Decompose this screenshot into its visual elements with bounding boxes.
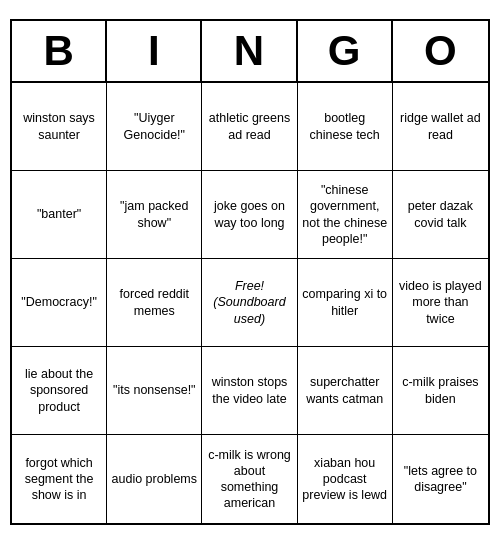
- cell-text-n4: winston stops the video late: [206, 374, 292, 407]
- bingo-header: BINGO: [12, 21, 488, 83]
- cell-text-b2: "banter": [37, 206, 81, 222]
- bingo-cell-i4[interactable]: "its nonsense!": [107, 347, 202, 435]
- cell-text-b5: forgot which segment the show is in: [16, 455, 102, 504]
- cell-text-i5: audio problems: [112, 471, 197, 487]
- cell-text-o1: ridge wallet ad read: [397, 110, 484, 143]
- bingo-cell-i5[interactable]: audio problems: [107, 435, 202, 523]
- bingo-cell-b4[interactable]: lie about the sponsored product: [12, 347, 107, 435]
- bingo-cell-i3[interactable]: forced reddit memes: [107, 259, 202, 347]
- cell-text-g2: "chinese government, not the chinese peo…: [302, 182, 388, 247]
- cell-text-n2: joke goes on way too long: [206, 198, 292, 231]
- cell-text-g1: bootleg chinese tech: [302, 110, 388, 143]
- bingo-grid: winston says saunter"Uiyger Genocide!"at…: [12, 83, 488, 523]
- bingo-cell-g1[interactable]: bootleg chinese tech: [298, 83, 393, 171]
- bingo-letter-g: G: [298, 21, 393, 81]
- cell-text-i4: "its nonsense!": [113, 382, 196, 398]
- cell-text-o4: c-milk praises biden: [397, 374, 484, 407]
- cell-text-n1: athletic greens ad read: [206, 110, 292, 143]
- bingo-cell-i2[interactable]: "jam packed show": [107, 171, 202, 259]
- cell-text-i3: forced reddit memes: [111, 286, 197, 319]
- cell-text-i1: "Uiyger Genocide!": [111, 110, 197, 143]
- bingo-letter-o: O: [393, 21, 488, 81]
- bingo-letter-i: I: [107, 21, 202, 81]
- cell-text-o5: "lets agree to disagree": [397, 463, 484, 496]
- bingo-cell-o2[interactable]: peter dazak covid talk: [393, 171, 488, 259]
- cell-text-b4: lie about the sponsored product: [16, 366, 102, 415]
- bingo-letter-n: N: [202, 21, 297, 81]
- cell-text-b1: winston says saunter: [16, 110, 102, 143]
- cell-text-b3: "Democracy!": [21, 294, 97, 310]
- bingo-cell-o4[interactable]: c-milk praises biden: [393, 347, 488, 435]
- bingo-cell-o5[interactable]: "lets agree to disagree": [393, 435, 488, 523]
- bingo-cell-n1[interactable]: athletic greens ad read: [202, 83, 297, 171]
- cell-text-i2: "jam packed show": [111, 198, 197, 231]
- cell-text-o2: peter dazak covid talk: [397, 198, 484, 231]
- bingo-cell-g2[interactable]: "chinese government, not the chinese peo…: [298, 171, 393, 259]
- bingo-cell-g3[interactable]: comparing xi to hitler: [298, 259, 393, 347]
- bingo-cell-o1[interactable]: ridge wallet ad read: [393, 83, 488, 171]
- bingo-cell-g5[interactable]: xiaban hou podcast preview is lewd: [298, 435, 393, 523]
- cell-text-g5: xiaban hou podcast preview is lewd: [302, 455, 388, 504]
- bingo-cell-o3[interactable]: video is played more than twice: [393, 259, 488, 347]
- bingo-cell-b5[interactable]: forgot which segment the show is in: [12, 435, 107, 523]
- bingo-cell-i1[interactable]: "Uiyger Genocide!": [107, 83, 202, 171]
- bingo-letter-b: B: [12, 21, 107, 81]
- cell-text-o3: video is played more than twice: [397, 278, 484, 327]
- bingo-cell-n4[interactable]: winston stops the video late: [202, 347, 297, 435]
- bingo-cell-n3[interactable]: Free! (Soundboard used): [202, 259, 297, 347]
- bingo-cell-b1[interactable]: winston says saunter: [12, 83, 107, 171]
- bingo-cell-b3[interactable]: "Democracy!": [12, 259, 107, 347]
- cell-text-g3: comparing xi to hitler: [302, 286, 388, 319]
- bingo-cell-b2[interactable]: "banter": [12, 171, 107, 259]
- bingo-cell-g4[interactable]: superchatter wants catman: [298, 347, 393, 435]
- bingo-card: BINGO winston says saunter"Uiyger Genoci…: [10, 19, 490, 525]
- cell-text-n3: Free! (Soundboard used): [206, 278, 292, 327]
- cell-text-n5: c-milk is wrong about something american: [206, 447, 292, 512]
- cell-text-g4: superchatter wants catman: [302, 374, 388, 407]
- bingo-cell-n2[interactable]: joke goes on way too long: [202, 171, 297, 259]
- bingo-cell-n5[interactable]: c-milk is wrong about something american: [202, 435, 297, 523]
